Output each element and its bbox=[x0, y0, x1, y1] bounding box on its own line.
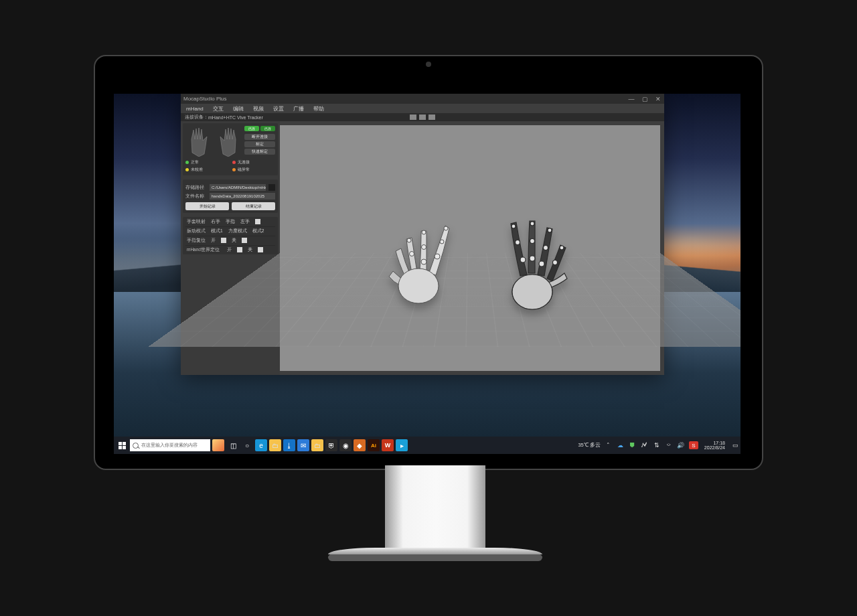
opt-pos[interactable]: 手指 bbox=[226, 219, 235, 225]
menu-video[interactable]: 视频 bbox=[253, 105, 264, 112]
taskbar: 在这里输入你要搜索的内容 ◫ ○ e 🗀 ⭳ ✉ 🗀 ⛨ ◉ ◆ Ai W ▸ … bbox=[114, 437, 741, 454]
opt-strength[interactable]: 力度模式 bbox=[228, 228, 247, 234]
view-extra-icon[interactable] bbox=[428, 114, 435, 120]
system-tray: 35℃ 多云 ˄ ☁ ⛊ 🗲 ⇅ ⌔ 🔊 S 17:18 2022/8/24 ▭ bbox=[578, 441, 741, 451]
menu-mhand[interactable]: mHand bbox=[186, 106, 204, 112]
viewport-3d[interactable] bbox=[280, 125, 660, 371]
restore-close: 关 bbox=[232, 238, 236, 244]
svg-point-14 bbox=[520, 257, 526, 262]
svg-point-3 bbox=[440, 240, 444, 244]
world-close: 关 bbox=[248, 247, 252, 253]
tray-onedrive-icon[interactable]: ☁ bbox=[617, 441, 625, 449]
quick-calibrate-button[interactable]: 快速标定 bbox=[244, 149, 275, 155]
edge-icon[interactable]: e bbox=[255, 439, 267, 451]
view-single-icon[interactable] bbox=[419, 114, 426, 120]
tray-battery-icon[interactable]: 🗲 bbox=[641, 441, 649, 449]
menu-broadcast[interactable]: 广播 bbox=[293, 105, 304, 112]
opt-right[interactable]: 右手 bbox=[211, 219, 220, 225]
tray-wifi-icon[interactable]: ⌔ bbox=[665, 441, 673, 449]
opt-left[interactable]: 左手 bbox=[240, 219, 250, 225]
save-path-input[interactable]: C:/Users/ADMIN/Desktop/mHand bbox=[210, 184, 266, 191]
weather-widget[interactable]: 35℃ 多云 bbox=[578, 442, 600, 449]
tray-volume-icon[interactable]: 🔊 bbox=[677, 441, 685, 449]
menubar: mHand 交互 编辑 视频 设置 广播 帮助 bbox=[181, 104, 664, 113]
monitor-stand-base bbox=[328, 548, 542, 561]
view-split-icon[interactable] bbox=[410, 114, 416, 120]
world-open-chk[interactable] bbox=[237, 247, 242, 252]
svg-point-11 bbox=[512, 275, 552, 309]
status-disconnected: 无连接 bbox=[232, 159, 275, 165]
svg-point-12 bbox=[512, 224, 516, 228]
titlebar[interactable]: MocapStudio Plus — ▢ ✕ bbox=[181, 94, 664, 104]
glove-left-icon bbox=[185, 126, 212, 157]
menu-help[interactable]: 帮助 bbox=[313, 105, 324, 112]
status-normal: 正常 bbox=[185, 159, 228, 165]
calibrate-button[interactable]: 标定 bbox=[244, 141, 275, 147]
infobar: 连接设备： mHand+HTC Vive Tracker bbox=[181, 113, 664, 121]
task-view-icon[interactable]: ◫ bbox=[227, 439, 239, 451]
svg-point-19 bbox=[544, 246, 548, 250]
opt-m2[interactable]: 模式2 bbox=[252, 228, 264, 234]
tray-security-icon[interactable]: ⛊ bbox=[629, 441, 637, 449]
device-value: mHand+HTC Vive Tracker bbox=[208, 115, 263, 120]
restore-open-chk[interactable] bbox=[221, 238, 226, 243]
svg-point-7 bbox=[421, 259, 426, 264]
svg-point-20 bbox=[539, 261, 544, 266]
restore-close-chk[interactable] bbox=[242, 238, 247, 243]
badge-left-connected: 已连 bbox=[244, 126, 259, 131]
save-path-label: 存储路径 bbox=[185, 185, 207, 191]
app-title: MocapStudio Plus bbox=[183, 96, 226, 102]
file-name-label: 文件名称 bbox=[185, 194, 207, 200]
menu-settings[interactable]: 设置 bbox=[273, 105, 284, 112]
tray-chevron-icon[interactable]: ˄ bbox=[605, 441, 613, 449]
shield-icon[interactable]: ⛨ bbox=[325, 439, 337, 451]
menu-interact[interactable]: 交互 bbox=[213, 105, 224, 112]
tray-network-icon[interactable]: ⇅ bbox=[653, 441, 661, 449]
steam-icon[interactable]: ◉ bbox=[339, 439, 352, 451]
svg-point-9 bbox=[410, 252, 414, 256]
opt-m1[interactable]: 模式1 bbox=[211, 228, 223, 234]
handmap-checkbox[interactable] bbox=[255, 219, 260, 224]
stop-record-button[interactable]: 结束记录 bbox=[232, 202, 275, 210]
options-panel: 手套映射 右手 手指 左手 振动模式 模式1 bbox=[183, 217, 278, 254]
search-box[interactable]: 在这里输入你要搜索的内容 bbox=[130, 439, 210, 451]
svg-point-18 bbox=[548, 228, 552, 232]
search-placeholder: 在这里输入你要搜索的内容 bbox=[141, 442, 198, 449]
mail-icon[interactable]: ✉ bbox=[297, 439, 309, 451]
svg-point-16 bbox=[530, 239, 535, 244]
cortana-icon[interactable]: ○ bbox=[241, 439, 253, 451]
monitor-frame: MocapStudio Plus — ▢ ✕ mHand 交互 编辑 视频 设置… bbox=[94, 55, 763, 470]
maximize-button[interactable]: ▢ bbox=[641, 96, 648, 102]
folder2-icon[interactable]: 🗀 bbox=[311, 439, 323, 451]
monitor-stand-neck bbox=[385, 465, 485, 552]
store-icon[interactable]: ⭳ bbox=[283, 439, 295, 451]
svg-point-6 bbox=[422, 245, 426, 250]
start-record-button[interactable]: 开始记录 bbox=[185, 202, 229, 210]
tray-ime-icon[interactable]: S bbox=[689, 441, 698, 449]
handmap-label: 手套映射 bbox=[187, 219, 211, 225]
menu-edit[interactable]: 编辑 bbox=[233, 105, 244, 112]
explorer-icon[interactable]: 🗀 bbox=[269, 439, 281, 451]
notifications-icon[interactable]: ▭ bbox=[731, 441, 739, 449]
svg-point-2 bbox=[444, 226, 448, 230]
news-widget[interactable] bbox=[212, 439, 224, 451]
screen: MocapStudio Plus — ▢ ✕ mHand 交互 编辑 视频 设置… bbox=[114, 94, 741, 454]
world-close-chk[interactable] bbox=[258, 247, 263, 252]
app-orange-icon[interactable]: ◆ bbox=[354, 439, 366, 451]
browse-button[interactable] bbox=[268, 184, 275, 191]
start-button[interactable] bbox=[114, 437, 130, 454]
clock[interactable]: 17:18 2022/8/24 bbox=[702, 441, 727, 451]
media-icon[interactable]: ▸ bbox=[396, 439, 408, 451]
world-label: mHand世界定位 bbox=[187, 247, 227, 253]
svg-point-1 bbox=[398, 268, 439, 303]
file-name-input[interactable]: handsData_20220819102025 bbox=[210, 193, 275, 200]
close-button[interactable]: ✕ bbox=[655, 96, 661, 102]
search-icon bbox=[133, 443, 139, 449]
disconnect-button[interactable]: 断开连接 bbox=[244, 134, 275, 140]
svg-point-5 bbox=[422, 230, 426, 234]
wps-icon[interactable]: W bbox=[382, 439, 394, 451]
webcam-dot bbox=[426, 62, 431, 67]
minimize-button[interactable]: — bbox=[628, 96, 635, 102]
windows-logo-icon bbox=[119, 442, 126, 449]
illustrator-icon[interactable]: Ai bbox=[368, 439, 380, 451]
